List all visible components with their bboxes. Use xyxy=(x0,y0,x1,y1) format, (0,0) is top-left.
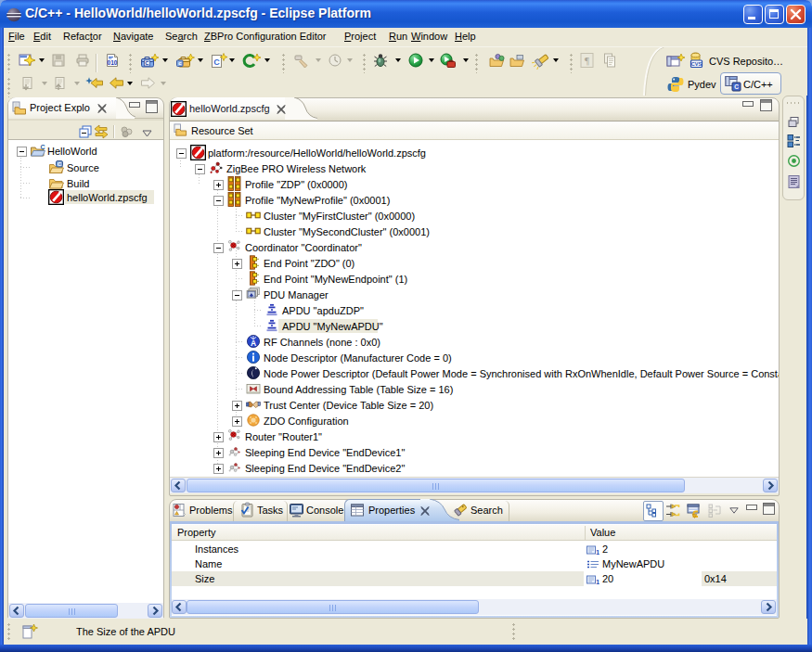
svg-text:C: C xyxy=(734,83,739,90)
svg-text:010: 010 xyxy=(108,59,118,66)
svg-text:C: C xyxy=(41,144,45,150)
svg-text:C: C xyxy=(145,60,149,66)
svg-text:¶: ¶ xyxy=(585,55,589,66)
svg-text:CVS: CVS xyxy=(691,61,702,67)
svg-text:C: C xyxy=(58,161,61,167)
svg-text:C: C xyxy=(213,58,220,67)
